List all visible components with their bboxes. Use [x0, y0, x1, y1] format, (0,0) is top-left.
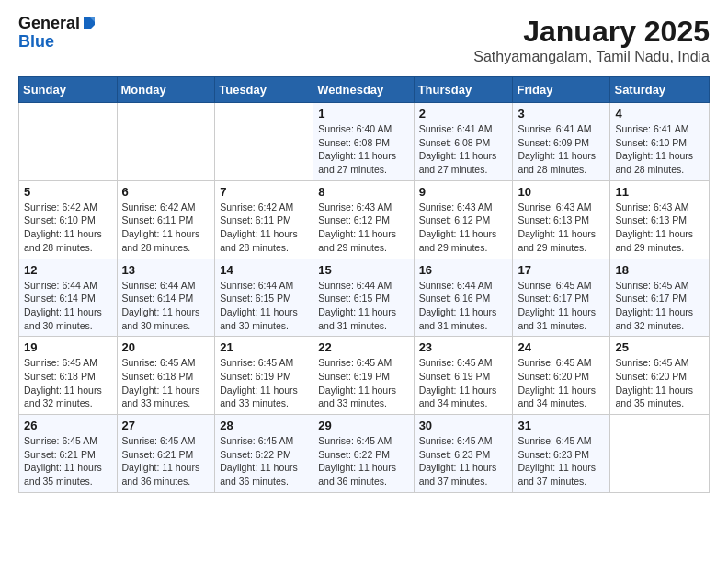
calendar-cell: 4Sunrise: 6:41 AMSunset: 6:10 PMDaylight… — [610, 103, 710, 181]
calendar-cell: 2Sunrise: 6:41 AMSunset: 6:08 PMDaylight… — [414, 103, 513, 181]
day-info: Sunrise: 6:44 AMSunset: 6:14 PMDaylight:… — [122, 279, 210, 333]
day-number: 31 — [518, 419, 605, 432]
calendar-cell — [215, 103, 313, 181]
calendar-cell — [19, 103, 118, 181]
day-info: Sunrise: 6:43 AMSunset: 6:12 PMDaylight:… — [318, 201, 408, 255]
calendar-cell: 7Sunrise: 6:42 AMSunset: 6:11 PMDaylight… — [215, 180, 313, 259]
day-info: Sunrise: 6:45 AMSunset: 6:21 PMDaylight:… — [122, 434, 210, 488]
calendar-cell: 23Sunrise: 6:45 AMSunset: 6:19 PMDayligh… — [414, 337, 513, 415]
calendar-cell: 27Sunrise: 6:45 AMSunset: 6:21 PMDayligh… — [117, 415, 215, 493]
calendar-cell: 3Sunrise: 6:41 AMSunset: 6:09 PMDaylight… — [513, 103, 610, 181]
calendar-cell: 11Sunrise: 6:43 AMSunset: 6:13 PMDayligh… — [610, 180, 710, 259]
day-info: Sunrise: 6:43 AMSunset: 6:13 PMDaylight:… — [615, 201, 704, 255]
day-info: Sunrise: 6:40 AMSunset: 6:08 PMDaylight:… — [318, 122, 408, 177]
day-number: 22 — [318, 340, 408, 354]
calendar-cell: 8Sunrise: 6:43 AMSunset: 6:12 PMDaylight… — [313, 180, 414, 259]
day-header-sunday: Sunday — [19, 77, 118, 103]
calendar-cell: 1Sunrise: 6:40 AMSunset: 6:08 PMDaylight… — [313, 103, 414, 181]
day-info: Sunrise: 6:45 AMSunset: 6:18 PMDaylight:… — [24, 356, 112, 410]
day-number: 6 — [122, 185, 210, 199]
day-number: 13 — [122, 263, 210, 277]
calendar-table: SundayMondayTuesdayWednesdayThursdayFrid… — [18, 76, 710, 493]
logo: General Blue — [18, 15, 97, 52]
calendar-cell: 30Sunrise: 6:45 AMSunset: 6:23 PMDayligh… — [414, 415, 513, 493]
calendar-cell: 5Sunrise: 6:42 AMSunset: 6:10 PMDaylight… — [19, 180, 118, 259]
day-info: Sunrise: 6:42 AMSunset: 6:11 PMDaylight:… — [122, 201, 210, 255]
day-number: 12 — [24, 263, 112, 277]
calendar-cell: 29Sunrise: 6:45 AMSunset: 6:22 PMDayligh… — [313, 415, 414, 493]
day-info: Sunrise: 6:45 AMSunset: 6:22 PMDaylight:… — [318, 434, 408, 488]
day-number: 28 — [220, 419, 308, 432]
day-header-tuesday: Tuesday — [215, 77, 313, 103]
day-info: Sunrise: 6:43 AMSunset: 6:13 PMDaylight:… — [518, 201, 605, 255]
day-number: 3 — [518, 107, 605, 121]
day-number: 17 — [518, 263, 605, 277]
logo-icon — [82, 16, 97, 30]
calendar-week-3: 12Sunrise: 6:44 AMSunset: 6:14 PMDayligh… — [19, 259, 710, 337]
day-header-wednesday: Wednesday — [313, 77, 414, 103]
calendar-week-5: 26Sunrise: 6:45 AMSunset: 6:21 PMDayligh… — [19, 415, 710, 493]
day-info: Sunrise: 6:45 AMSunset: 6:18 PMDaylight:… — [122, 356, 210, 410]
logo-text-blue: Blue — [18, 33, 54, 52]
page-subtitle: Sathyamangalam, Tamil Nadu, India — [473, 49, 710, 65]
day-number: 18 — [615, 263, 704, 277]
day-number: 4 — [615, 107, 704, 121]
calendar-cell: 6Sunrise: 6:42 AMSunset: 6:11 PMDaylight… — [117, 180, 215, 259]
day-number: 30 — [419, 419, 508, 432]
day-number: 15 — [318, 263, 408, 277]
calendar-cell: 10Sunrise: 6:43 AMSunset: 6:13 PMDayligh… — [513, 180, 610, 259]
day-number: 10 — [518, 185, 605, 199]
day-info: Sunrise: 6:45 AMSunset: 6:19 PMDaylight:… — [220, 356, 308, 410]
day-number: 8 — [318, 185, 408, 199]
day-info: Sunrise: 6:45 AMSunset: 6:23 PMDaylight:… — [518, 434, 605, 488]
day-info: Sunrise: 6:45 AMSunset: 6:17 PMDaylight:… — [518, 279, 605, 333]
day-number: 16 — [419, 263, 508, 277]
calendar-week-4: 19Sunrise: 6:45 AMSunset: 6:18 PMDayligh… — [19, 337, 710, 415]
day-info: Sunrise: 6:43 AMSunset: 6:12 PMDaylight:… — [419, 201, 508, 255]
day-info: Sunrise: 6:44 AMSunset: 6:15 PMDaylight:… — [220, 279, 308, 333]
page-header: General Blue January 2025 Sathyamangalam… — [18, 15, 710, 65]
day-info: Sunrise: 6:42 AMSunset: 6:10 PMDaylight:… — [24, 201, 112, 255]
calendar-cell: 25Sunrise: 6:45 AMSunset: 6:20 PMDayligh… — [610, 337, 710, 415]
calendar-cell: 14Sunrise: 6:44 AMSunset: 6:15 PMDayligh… — [215, 259, 313, 337]
day-info: Sunrise: 6:41 AMSunset: 6:09 PMDaylight:… — [518, 122, 605, 177]
day-info: Sunrise: 6:45 AMSunset: 6:19 PMDaylight:… — [419, 356, 508, 410]
day-number: 29 — [318, 419, 408, 432]
day-info: Sunrise: 6:41 AMSunset: 6:10 PMDaylight:… — [615, 122, 704, 177]
calendar-week-1: 1Sunrise: 6:40 AMSunset: 6:08 PMDaylight… — [19, 103, 710, 181]
day-number: 1 — [318, 107, 408, 121]
day-info: Sunrise: 6:45 AMSunset: 6:21 PMDaylight:… — [24, 434, 112, 488]
calendar-cell: 21Sunrise: 6:45 AMSunset: 6:19 PMDayligh… — [215, 337, 313, 415]
calendar-cell: 12Sunrise: 6:44 AMSunset: 6:14 PMDayligh… — [19, 259, 118, 337]
calendar-cell: 17Sunrise: 6:45 AMSunset: 6:17 PMDayligh… — [513, 259, 610, 337]
calendar-cell: 19Sunrise: 6:45 AMSunset: 6:18 PMDayligh… — [19, 337, 118, 415]
calendar-cell: 22Sunrise: 6:45 AMSunset: 6:19 PMDayligh… — [313, 337, 414, 415]
day-number: 5 — [24, 185, 112, 199]
calendar-header: SundayMondayTuesdayWednesdayThursdayFrid… — [19, 77, 710, 103]
calendar-cell — [117, 103, 215, 181]
day-number: 7 — [220, 185, 308, 199]
title-block: January 2025 Sathyamangalam, Tamil Nadu,… — [473, 15, 710, 65]
calendar-cell: 24Sunrise: 6:45 AMSunset: 6:20 PMDayligh… — [513, 337, 610, 415]
day-info: Sunrise: 6:42 AMSunset: 6:11 PMDaylight:… — [220, 201, 308, 255]
day-number: 9 — [419, 185, 508, 199]
day-number: 21 — [220, 340, 308, 354]
calendar-cell: 20Sunrise: 6:45 AMSunset: 6:18 PMDayligh… — [117, 337, 215, 415]
day-number: 2 — [419, 107, 508, 121]
page-title: January 2025 — [473, 15, 710, 49]
day-number: 23 — [419, 340, 508, 354]
day-header-saturday: Saturday — [610, 77, 710, 103]
calendar-cell: 15Sunrise: 6:44 AMSunset: 6:15 PMDayligh… — [313, 259, 414, 337]
calendar-cell: 28Sunrise: 6:45 AMSunset: 6:22 PMDayligh… — [215, 415, 313, 493]
day-header-thursday: Thursday — [414, 77, 513, 103]
day-number: 24 — [518, 340, 605, 354]
calendar-cell: 18Sunrise: 6:45 AMSunset: 6:17 PMDayligh… — [610, 259, 710, 337]
day-info: Sunrise: 6:44 AMSunset: 6:14 PMDaylight:… — [24, 279, 112, 333]
calendar-cell: 13Sunrise: 6:44 AMSunset: 6:14 PMDayligh… — [117, 259, 215, 337]
day-info: Sunrise: 6:45 AMSunset: 6:22 PMDaylight:… — [220, 434, 308, 488]
calendar-cell: 16Sunrise: 6:44 AMSunset: 6:16 PMDayligh… — [414, 259, 513, 337]
calendar-cell — [610, 415, 710, 493]
logo-text-general: General — [18, 15, 80, 33]
day-info: Sunrise: 6:45 AMSunset: 6:23 PMDaylight:… — [419, 434, 508, 488]
day-info: Sunrise: 6:45 AMSunset: 6:17 PMDaylight:… — [615, 279, 704, 333]
